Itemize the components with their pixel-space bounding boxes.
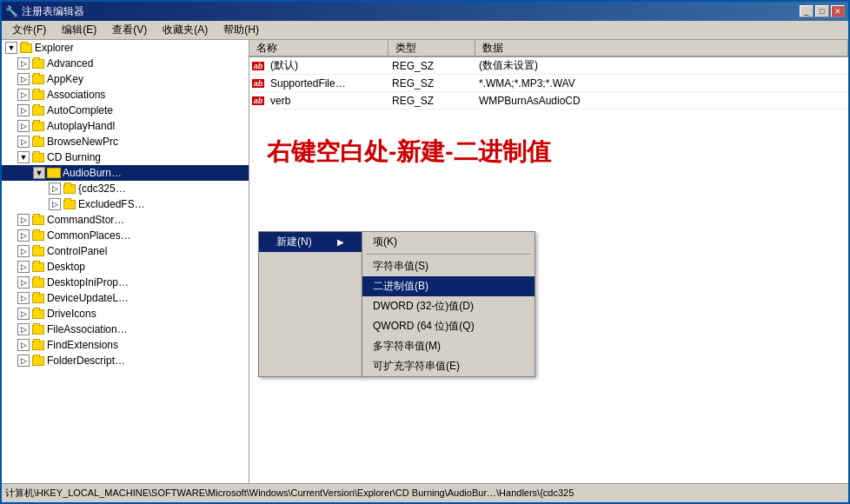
expand-icon-autoplayhandl[interactable]: ▷ — [17, 120, 30, 132]
folder-icon-controlpanel — [31, 245, 45, 257]
expand-icon-findextensions[interactable]: ▷ — [17, 339, 30, 351]
values-header: 名称 类型 数据 — [249, 40, 848, 57]
tree-label-desktopiniprop: DesktopIniProp… — [47, 276, 129, 288]
submenu-child-item-4[interactable]: QWORD (64 位)值(Q) — [362, 316, 535, 336]
submenu-child-item-1[interactable]: 字符串值(S) — [362, 256, 535, 276]
tree-item-commonplaces[interactable]: ▷ CommonPlaces… — [2, 228, 249, 243]
folder-icon-audioburn — [47, 167, 61, 179]
expand-icon-folderdescript[interactable]: ▷ — [17, 355, 30, 367]
tree-item-autoplayhandl[interactable]: ▷ AutoplayHandl — [2, 118, 249, 134]
expand-icon-browsenewprc[interactable]: ▷ — [17, 136, 30, 148]
tree-label-commonplaces: CommonPlaces… — [47, 229, 131, 242]
submenu-child-item-0[interactable]: 项(K) — [362, 232, 535, 252]
expand-icon-audioburn[interactable]: ▼ — [33, 167, 45, 179]
expand-icon-advanced[interactable]: ▷ — [17, 57, 30, 70]
expand-icon-deviceupdatel[interactable]: ▷ — [17, 292, 30, 304]
title-bar: 🔧 注册表编辑器 _ □ ✕ — [2, 2, 848, 21]
tree-item-deviceupdatel[interactable]: ▷ DeviceUpdateL… — [2, 290, 249, 306]
value-icon-default: ab — [249, 62, 267, 70]
value-row-supportedfile[interactable]: ab SupportedFile… REG_SZ *.WMA;*.MP3;*.W… — [249, 75, 848, 92]
submenu-new-label: 新建(N) — [276, 235, 312, 249]
expand-icon-cdc325[interactable]: ▷ — [49, 182, 61, 195]
expand-icon-excludedfs[interactable]: ▷ — [49, 198, 61, 210]
col-header-data[interactable]: 数据 — [475, 40, 848, 56]
maximize-button[interactable]: □ — [815, 5, 829, 17]
tree-item-associations[interactable]: ▷ Associations — [2, 87, 249, 103]
tree-label-audioburn: AudioBurn… — [63, 167, 122, 179]
tree-item-controlpanel[interactable]: ▷ ControlPanel — [2, 243, 249, 259]
menu-help[interactable]: 帮助(H) — [216, 21, 266, 39]
folder-icon-driveicons — [31, 308, 45, 320]
tree-item-audioburn[interactable]: ▼ AudioBurn… — [2, 165, 249, 181]
expand-icon-fileassociation[interactable]: ▷ — [17, 323, 30, 335]
tree-label-explorer: Explorer — [35, 42, 74, 54]
tree-item-appkey[interactable]: ▷ AppKey — [2, 71, 249, 87]
menu-file[interactable]: 文件(F) — [5, 21, 53, 39]
submenu-child-item-3[interactable]: DWORD (32-位)值(D) — [362, 296, 535, 316]
tree-item-explorer[interactable]: ▼ Explorer — [2, 40, 249, 56]
tree-item-autocomplete[interactable]: ▷ AutoComplete — [2, 103, 249, 118]
value-name-default: (默认) — [267, 58, 388, 73]
submenu-child-item-2[interactable]: 二进制值(B) — [362, 276, 535, 296]
menu-favorites[interactable]: 收藏夹(A) — [156, 21, 215, 39]
expand-icon-controlpanel[interactable]: ▷ — [17, 245, 30, 257]
submenu-child: 项(K) 字符串值(S) 二进制值(B) DWORD (32-位)值(D) QW… — [362, 231, 535, 377]
value-type-supportedfile: REG_SZ — [388, 77, 475, 90]
submenu-child-item-6[interactable]: 可扩充字符串值(E) — [362, 356, 535, 376]
submenu-item-new[interactable]: 新建(N) ▶ — [259, 232, 362, 252]
value-type-default: REG_SZ — [388, 60, 475, 72]
tree-label-folderdescript: FolderDescript… — [47, 355, 125, 367]
folder-icon-cdburning — [31, 151, 45, 163]
value-row-default[interactable]: ab (默认) REG_SZ (数值未设置) — [249, 57, 848, 75]
main-content: ▼ Explorer ▷ Advanced — [2, 40, 848, 483]
expand-icon-autocomplete[interactable]: ▷ — [17, 104, 30, 116]
tree-item-desktop[interactable]: ▷ Desktop — [2, 259, 249, 275]
folder-icon-browsenewprc — [31, 136, 45, 148]
tree-item-folderdescript[interactable]: ▷ FolderDescript… — [2, 353, 249, 368]
expand-icon-commandstor[interactable]: ▷ — [17, 214, 30, 226]
expand-icon-associations[interactable]: ▷ — [17, 89, 30, 101]
tree-item-commandstor[interactable]: ▷ CommandStor… — [2, 212, 249, 228]
close-button[interactable]: ✕ — [831, 5, 845, 17]
folder-icon-fileassociation — [31, 323, 45, 335]
tree-item-cdc325[interactable]: ▷ {cdc325… — [2, 181, 249, 196]
folder-icon-advanced — [31, 57, 45, 70]
expand-icon-driveicons[interactable]: ▷ — [17, 308, 30, 320]
expand-icon-appkey[interactable]: ▷ — [17, 73, 30, 85]
expand-icon-commonplaces[interactable]: ▷ — [17, 229, 30, 242]
submenu-arrow: ▶ — [337, 237, 344, 247]
menu-edit[interactable]: 编辑(E) — [55, 21, 103, 39]
value-data-default: (数值未设置) — [475, 58, 848, 73]
menu-bar: 文件(F) 编辑(E) 查看(V) 收藏夹(A) 帮助(H) — [2, 21, 848, 40]
expand-icon-desktop[interactable]: ▷ — [17, 261, 30, 273]
expand-icon-cdburning[interactable]: ▼ — [17, 151, 30, 163]
minimize-button[interactable]: _ — [800, 5, 813, 17]
tree-panel: ▼ Explorer ▷ Advanced — [2, 40, 249, 483]
submenu-child-item-5[interactable]: 多字符串值(M) — [362, 336, 535, 356]
tree-label-browsenewprc: BrowseNewPrc — [47, 136, 118, 148]
folder-icon-autocomplete — [31, 104, 45, 116]
submenu-separator — [366, 254, 531, 255]
tree-item-cdburning[interactable]: ▼ CD Burning — [2, 149, 249, 165]
folder-icon-excludedfs — [63, 198, 76, 210]
tree-item-browsenewprc[interactable]: ▷ BrowseNewPrc — [2, 134, 249, 149]
expand-icon-explorer[interactable]: ▼ — [5, 42, 17, 54]
tree-item-findextensions[interactable]: ▷ FindExtensions — [2, 337, 249, 353]
value-type-verb: REG_SZ — [388, 95, 475, 107]
tree-item-excludedfs[interactable]: ▷ ExcludedFS… — [2, 196, 249, 212]
col-header-type[interactable]: 类型 — [388, 40, 475, 56]
col-header-name[interactable]: 名称 — [249, 40, 388, 56]
tree-label-autocomplete: AutoComplete — [47, 104, 113, 116]
tree-scroll[interactable]: ▼ Explorer ▷ Advanced — [2, 40, 249, 483]
tree-item-driveicons[interactable]: ▷ DriveIcons — [2, 306, 249, 322]
tree-item-fileassociation[interactable]: ▷ FileAssociation… — [2, 322, 249, 337]
main-window: 🔧 注册表编辑器 _ □ ✕ 文件(F) 编辑(E) 查看(V) 收藏夹(A) … — [0, 0, 850, 504]
tree-item-advanced[interactable]: ▷ Advanced — [2, 56, 249, 71]
expand-icon-desktopiniprop[interactable]: ▷ — [17, 276, 30, 288]
context-menu-area: 新建(N) ▶ 项(K) 字符串值(S) 二进制值(B) DWORD (32-位… — [258, 231, 535, 377]
tree-label-controlpanel: ControlPanel — [47, 245, 107, 257]
value-row-verb[interactable]: ab verb REG_SZ WMPBurnAsAudioCD — [249, 92, 848, 109]
menu-view[interactable]: 查看(V) — [105, 21, 154, 39]
tree-item-desktopiniprop[interactable]: ▷ DesktopIniProp… — [2, 275, 249, 290]
status-text: 计算机\HKEY_LOCAL_MACHINE\SOFTWARE\Microsof… — [5, 487, 845, 500]
